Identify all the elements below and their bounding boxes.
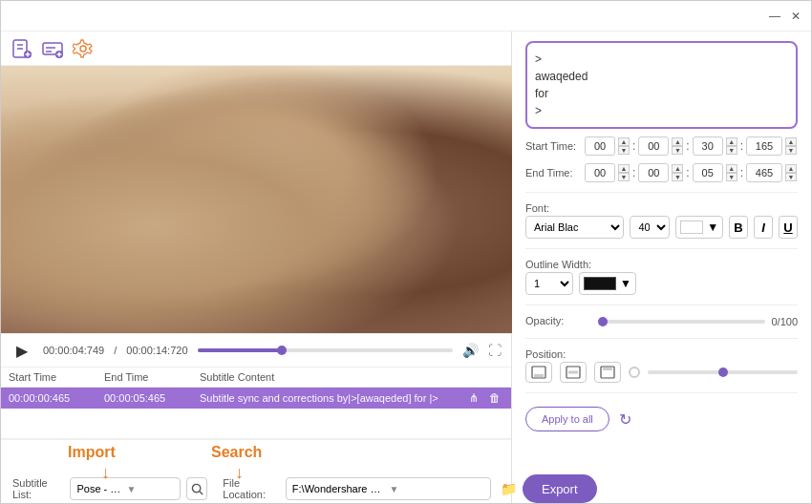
playback-controls: ▶ 00:00:04:749 / 00:00:14:720 🔊 ⛶: [1, 333, 511, 368]
end-ms-input[interactable]: [746, 163, 782, 182]
color-picker-arrow: ▼: [707, 220, 718, 234]
bold-button[interactable]: B: [729, 216, 748, 239]
end-sec-up[interactable]: ▲: [726, 164, 737, 173]
end-hour-input[interactable]: [585, 163, 615, 182]
export-button[interactable]: Export: [523, 474, 597, 503]
position-slider[interactable]: [648, 370, 798, 374]
svg-line-14: [200, 491, 203, 494]
header-content: Subtitle Content: [200, 371, 503, 383]
start-sec-input[interactable]: [693, 136, 723, 156]
apply-to-all-button[interactable]: Apply to all: [525, 407, 609, 431]
start-sec-spinner: ▲ ▼: [726, 137, 737, 155]
video-player: [1, 66, 512, 333]
opacity-label: Opacity:: [525, 315, 592, 326]
start-hour-up[interactable]: ▲: [618, 137, 630, 146]
end-sec-input[interactable]: [693, 163, 723, 182]
search-label: Search: [211, 444, 262, 461]
end-min-input[interactable]: [638, 163, 669, 182]
end-time-label: End Time:: [525, 167, 581, 178]
close-button[interactable]: ✕: [788, 9, 803, 24]
bottom-bar: Import ↓ Search ↓ Subtitle List: Pose - …: [1, 438, 511, 503]
position-right-button[interactable]: [594, 362, 621, 383]
end-sec-down[interactable]: ▼: [726, 173, 737, 181]
start-time-inputs: ▲ ▼ : ▲ ▼ : ▲ ▼ :: [585, 136, 797, 156]
font-color-swatch: [680, 220, 703, 234]
end-min-spinner: ▲ ▼: [672, 164, 683, 181]
position-center-button[interactable]: [560, 362, 587, 383]
font-color-picker[interactable]: ▼: [675, 216, 723, 239]
position-left-button[interactable]: [525, 362, 552, 383]
start-sec-up[interactable]: ▲: [726, 137, 737, 146]
start-ms-up[interactable]: ▲: [785, 137, 797, 146]
title-bar: — ✕: [1, 1, 811, 32]
add-subtitle-icon[interactable]: [41, 37, 64, 60]
new-project-icon[interactable]: [11, 37, 33, 60]
position-circle-icon[interactable]: [629, 367, 640, 378]
search-button[interactable]: [186, 477, 207, 500]
start-hour-spinner: ▲ ▼: [618, 137, 630, 155]
end-min-up[interactable]: ▲: [672, 164, 683, 173]
import-label: Import: [68, 444, 116, 461]
divider-1: [525, 192, 798, 193]
outline-controls-row: 1 2 3 ▼: [525, 272, 798, 295]
subtitle-file-name: Pose - 03x08 - Ser...: [76, 483, 124, 494]
progress-fill: [198, 348, 282, 352]
play-button[interactable]: ▶: [11, 339, 33, 362]
outline-width-select[interactable]: 1 2 3: [525, 272, 573, 295]
start-min-down[interactable]: ▼: [672, 146, 683, 155]
end-hour-up[interactable]: ▲: [618, 164, 630, 173]
minimize-button[interactable]: —: [767, 9, 782, 24]
settings-icon[interactable]: [72, 37, 95, 60]
file-path-dropdown-arrow: ▼: [389, 484, 484, 494]
start-ms-spinner: ▲ ▼: [785, 137, 797, 155]
subtitle-list-dropdown[interactable]: Pose - 03x08 - Ser... ▼: [70, 477, 181, 500]
start-ms-input[interactable]: [746, 136, 782, 156]
file-path-text: F:\Wondershare UniConverter 13\SubEdi...: [292, 483, 388, 494]
window-controls: — ✕: [767, 9, 803, 24]
sync-icon[interactable]: ⋔: [465, 389, 482, 407]
start-sec-down[interactable]: ▼: [726, 146, 737, 155]
divider-5: [525, 392, 798, 393]
end-ms-down[interactable]: ▼: [785, 173, 797, 181]
end-min-down[interactable]: ▼: [672, 173, 683, 181]
outline-color-picker[interactable]: ▼: [579, 272, 636, 295]
opacity-row: Opacity: 0/100: [525, 315, 798, 328]
row-icons: ⋔ 🗑: [465, 389, 503, 407]
progress-thumb: [277, 346, 287, 355]
fullscreen-icon[interactable]: ⛶: [488, 343, 502, 358]
start-min-up[interactable]: ▲: [672, 137, 683, 146]
end-ms-spinner: ▲ ▼: [785, 164, 797, 181]
font-label: Font:: [525, 202, 798, 214]
toolbar: [1, 32, 511, 66]
subtitle-table-header: Start Time End Time Subtitle Content: [1, 368, 511, 388]
font-family-select[interactable]: Arial Blac Arial Times New Roman: [525, 216, 624, 239]
start-hour-down[interactable]: ▼: [618, 146, 630, 155]
svg-rect-20: [603, 368, 612, 370]
position-label: Position:: [525, 348, 798, 360]
opacity-slider[interactable]: [598, 320, 765, 324]
volume-icon[interactable]: 🔊: [462, 343, 479, 358]
position-controls-row: [525, 362, 798, 383]
underline-button[interactable]: U: [779, 216, 798, 239]
end-hour-down[interactable]: ▼: [618, 173, 630, 181]
subtitle-editor[interactable]: > awaqeded for >: [525, 41, 798, 129]
table-row[interactable]: 00:00:00:465 00:00:05:465 Subtitle sync …: [1, 388, 511, 409]
progress-bar[interactable]: [198, 348, 453, 352]
file-location-label: File Location:: [223, 477, 279, 500]
row-end-time: 00:00:05:465: [104, 392, 200, 404]
end-hour-spinner: ▲ ▼: [618, 164, 630, 181]
folder-icon[interactable]: 📁: [501, 481, 517, 496]
start-min-input[interactable]: [638, 136, 669, 156]
italic-button[interactable]: I: [754, 216, 773, 239]
start-hour-input[interactable]: [585, 136, 615, 156]
end-sec-spinner: ▲ ▼: [726, 164, 737, 181]
refresh-icon[interactable]: ↻: [619, 410, 631, 429]
outline-section: Outline Width: 1 2 3 ▼: [525, 259, 798, 295]
delete-icon[interactable]: 🗑: [486, 389, 503, 407]
file-path-dropdown[interactable]: F:\Wondershare UniConverter 13\SubEdi...…: [286, 477, 491, 500]
end-time-row: End Time: ▲ ▼ : ▲ ▼ : ▲: [525, 163, 798, 182]
end-ms-up[interactable]: ▲: [785, 164, 797, 173]
time-separator: /: [114, 345, 117, 356]
start-ms-down[interactable]: ▼: [785, 146, 797, 155]
font-size-select[interactable]: 40 20 30 50: [630, 216, 670, 239]
